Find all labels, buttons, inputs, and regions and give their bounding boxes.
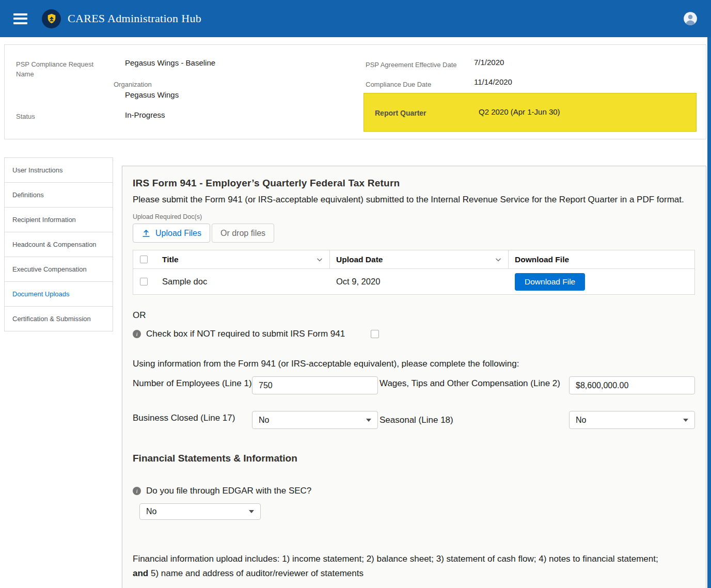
documents-table: Title Upload Date Download File Sa — [133, 250, 695, 295]
doc-upload-date: Oct 9, 2020 — [336, 277, 380, 287]
sidebar-item-definitions[interactable]: Definitions — [5, 183, 113, 208]
content-layout: User Instructions Definitions Recipient … — [4, 157, 706, 588]
organization-value: Pegasus Wings — [125, 90, 179, 99]
chevron-down-icon — [683, 419, 688, 422]
seasonal-value: No — [576, 416, 586, 425]
form941-description: Please submit the Form 941 (or IRS-accep… — [133, 193, 685, 207]
select-all-checkbox[interactable] — [140, 256, 148, 263]
complete-following-text: Using information from the Form 941 (or … — [133, 359, 695, 369]
app-header: CARES Administration Hub — [0, 0, 711, 37]
title-column-chevron-down-icon[interactable] — [316, 256, 323, 263]
doc-title: Sample doc — [162, 277, 207, 287]
organization-label: Organization — [114, 80, 152, 89]
download-file-button[interactable]: Download File — [515, 273, 585, 291]
sidebar-item-executive-compensation[interactable]: Executive Compensation — [5, 257, 113, 282]
form941-title: IRS Form 941 - Employer’s Quarterly Fede… — [133, 178, 695, 189]
form941-fields-row-1: Number of Employees (Line 1) Wages, Tips… — [133, 376, 695, 394]
document-uploads-panel: IRS Form 941 - Employer’s Quarterly Fede… — [122, 166, 706, 588]
sidebar-item-recipient-information[interactable]: Recipient Information — [5, 208, 113, 232]
sidebar-item-label: Headcount & Compensation — [12, 241, 97, 248]
column-header-title: Title — [162, 255, 179, 264]
sidebar-item-user-instructions[interactable]: User Instructions — [5, 158, 113, 183]
due-date-value: 11/14/2020 — [474, 77, 512, 86]
upload-files-button[interactable]: Upload Files — [133, 224, 210, 243]
seasonal-select[interactable]: No — [569, 411, 695, 429]
wages-label: Wages, Tips and Other Compensation (Line… — [380, 376, 561, 391]
edgar-question-row: Do you file through EDGAR with the SEC? — [133, 486, 695, 496]
app-logo-icon — [42, 9, 61, 28]
info-icon[interactable] — [133, 330, 141, 338]
table-header-row: Title Upload Date Download File — [133, 250, 694, 269]
business-closed-label: Business Closed (Line 17) — [133, 411, 252, 425]
not-required-row: Check box if NOT required to submit IRS … — [133, 329, 695, 339]
upload-icon — [141, 229, 151, 238]
not-required-checkbox[interactable] — [371, 330, 379, 338]
effective-date-label: PSP Agreement Effective Date — [366, 60, 457, 70]
status-label: Status — [16, 112, 35, 121]
avatar[interactable] — [683, 11, 698, 26]
status-value: In-Progress — [125, 110, 165, 119]
sidebar-item-label: Certification & Submission — [12, 315, 91, 323]
edgar-question-label: Do you file through EDGAR with the SEC? — [146, 486, 311, 496]
app-title: CARES Administration Hub — [68, 12, 201, 25]
chevron-down-icon — [366, 419, 371, 422]
employees-label: Number of Employees (Line 1) — [133, 376, 252, 391]
request-name-value: Pegasus Wings - Baseline — [125, 58, 215, 67]
date-column-chevron-down-icon[interactable] — [495, 256, 502, 263]
sidebar-item-headcount-compensation[interactable]: Headcount & Compensation — [5, 232, 113, 257]
column-header-download-file: Download File — [515, 255, 569, 264]
note-prefix: Financial information upload includes: 1… — [133, 554, 658, 564]
drop-files-zone[interactable]: Or drop files — [212, 224, 274, 243]
upload-files-label: Upload Files — [155, 229, 201, 238]
upload-controls: Upload Files Or drop files — [133, 224, 695, 243]
sidebar-item-label: Document Uploads — [12, 290, 70, 298]
sidebar-item-label: Definitions — [12, 191, 44, 199]
row-checkbox[interactable] — [140, 278, 148, 285]
edgar-select[interactable]: No — [139, 503, 261, 520]
menu-button[interactable] — [13, 13, 27, 24]
upload-required-label: Upload Required Doc(s) — [133, 213, 695, 220]
report-quarter-label: Report Quarter — [375, 109, 426, 117]
sidebar-item-certification-submission[interactable]: Certification & Submission — [5, 307, 113, 331]
info-icon[interactable] — [133, 487, 141, 495]
scrollbar[interactable] — [707, 37, 711, 588]
note-bold: and — [133, 568, 148, 578]
not-required-label: Check box if NOT required to submit IRS … — [146, 329, 345, 339]
request-name-label: PSP Compliance Request Name — [16, 59, 99, 79]
sidebar-item-label: User Instructions — [12, 166, 63, 174]
compliance-summary-card: PSP Compliance Request Name Pegasus Wing… — [4, 44, 706, 139]
due-date-label: Compliance Due Date — [366, 80, 431, 89]
business-closed-value: No — [259, 416, 269, 425]
note-suffix: 5) name and address of auditor/reviewer … — [148, 568, 364, 578]
employees-input[interactable] — [252, 376, 378, 394]
or-label: OR — [133, 310, 695, 321]
edgar-value: No — [146, 507, 156, 516]
report-quarter-value: Q2 2020 (Apr 1-Jun 30) — [479, 107, 560, 116]
drop-files-label: Or drop files — [220, 229, 265, 238]
user-icon — [683, 11, 698, 26]
seasonal-label: Seasonal (Line 18) — [380, 411, 561, 429]
effective-date-value: 7/1/2020 — [474, 58, 504, 67]
wages-input[interactable] — [569, 376, 695, 394]
sidebar-item-label: Executive Compensation — [12, 265, 87, 273]
form941-fields-row-2: Business Closed (Line 17) No Seasonal (L… — [133, 411, 695, 429]
financial-upload-note: Financial information upload includes: 1… — [133, 552, 667, 581]
financial-section-title: Financial Statements & Information — [133, 453, 695, 464]
section-nav: User Instructions Definitions Recipient … — [4, 157, 113, 331]
column-header-upload-date: Upload Date — [336, 255, 383, 264]
chevron-down-icon — [249, 510, 254, 513]
sidebar-item-label: Recipient Information — [12, 216, 76, 224]
table-row: Sample doc Oct 9, 2020 Download File — [133, 269, 694, 294]
report-quarter-highlight: Report Quarter Q2 2020 (Apr 1-Jun 30) — [364, 93, 697, 132]
sidebar-item-document-uploads[interactable]: Document Uploads — [5, 282, 113, 307]
business-closed-select[interactable]: No — [252, 411, 378, 429]
